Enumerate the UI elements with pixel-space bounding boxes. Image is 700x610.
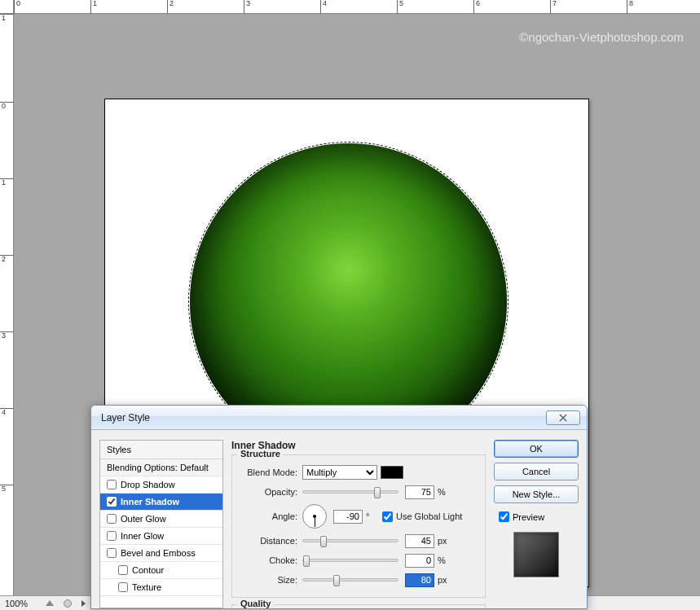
dialog-title: Layer Style bbox=[98, 412, 546, 423]
shadow-color-swatch[interactable] bbox=[381, 466, 403, 479]
ruler-tick: 1 bbox=[0, 14, 14, 22]
styles-list: Styles Blending Options: Default Drop Sh… bbox=[99, 440, 223, 608]
settings-panel: Inner Shadow Structure Blend Mode: Multi… bbox=[231, 440, 486, 608]
style-checkbox[interactable] bbox=[118, 565, 128, 575]
style-checkbox[interactable] bbox=[107, 497, 117, 507]
cancel-button[interactable]: Cancel bbox=[494, 463, 579, 481]
ruler-tick: 1 bbox=[0, 178, 14, 187]
layer-style-dialog: Layer Style Styles Blending Options: Def… bbox=[90, 405, 588, 609]
structure-group: Structure Blend Mode: Multiply Opacity: … bbox=[231, 454, 486, 598]
choke-row: Choke: % bbox=[239, 551, 478, 569]
ruler-tick: 0 bbox=[0, 102, 14, 110]
global-light-checkbox[interactable] bbox=[382, 511, 393, 522]
style-label: Outer Glow bbox=[121, 514, 166, 524]
angle-row: Angle: ° Use Global Light bbox=[239, 502, 478, 530]
zoom-level[interactable]: 100% bbox=[5, 599, 37, 608]
doc-info-icon[interactable] bbox=[46, 600, 54, 606]
angle-dial[interactable] bbox=[302, 504, 327, 529]
opacity-row: Opacity: % bbox=[239, 483, 478, 501]
style-label: Contour bbox=[132, 565, 164, 575]
style-row-outer-glow[interactable]: Outer Glow bbox=[100, 511, 222, 528]
size-label: Size: bbox=[239, 575, 302, 585]
quality-group: Quality bbox=[231, 604, 486, 609]
ruler-tick: 4 bbox=[320, 0, 327, 14]
blend-mode-label: Blend Mode: bbox=[239, 467, 302, 477]
watermark-text: ©ngochan-Vietphotoshop.com bbox=[519, 30, 684, 44]
global-light-checkbox-wrap[interactable]: Use Global Light bbox=[382, 511, 462, 522]
ruler-tick: 3 bbox=[244, 0, 250, 14]
size-row: Size: px bbox=[239, 571, 478, 589]
ruler-tick: 5 bbox=[397, 0, 403, 14]
preview-label: Preview bbox=[513, 512, 544, 522]
ruler-tick: 3 bbox=[0, 331, 14, 340]
choke-unit: % bbox=[434, 555, 449, 565]
blend-mode-select[interactable]: Multiply bbox=[302, 465, 377, 480]
new-style-button[interactable]: New Style... bbox=[494, 485, 579, 503]
ruler-tick: 8 bbox=[627, 0, 633, 14]
distance-row: Distance: px bbox=[239, 532, 478, 550]
size-slider[interactable] bbox=[302, 578, 398, 581]
ruler-tick: 5 bbox=[0, 485, 14, 493]
ruler-tick: 0 bbox=[14, 0, 20, 14]
blending-options-row[interactable]: Blending Options: Default bbox=[100, 459, 222, 476]
style-label: Texture bbox=[132, 582, 161, 592]
ruler-tick: 2 bbox=[167, 0, 174, 14]
vertical-ruler: 1 0 1 2 3 4 5 bbox=[0, 14, 14, 595]
ruler-tick: 7 bbox=[550, 0, 557, 14]
choke-slider[interactable] bbox=[302, 559, 398, 562]
close-button[interactable] bbox=[546, 410, 580, 425]
ok-button[interactable]: OK bbox=[494, 440, 579, 458]
horizontal-ruler: 0 1 2 3 4 5 6 7 8 9 bbox=[14, 0, 700, 14]
style-checkbox[interactable] bbox=[107, 480, 117, 489]
angle-input[interactable] bbox=[333, 510, 363, 524]
opacity-input[interactable] bbox=[405, 485, 434, 499]
quality-legend: Quality bbox=[237, 599, 274, 608]
preview-checkbox[interactable] bbox=[499, 511, 509, 522]
opacity-label: Opacity: bbox=[239, 487, 302, 497]
blend-mode-row: Blend Mode: Multiply bbox=[239, 463, 478, 481]
structure-legend: Structure bbox=[237, 449, 284, 459]
distance-slider[interactable] bbox=[302, 539, 398, 542]
style-row-inner-glow[interactable]: Inner Glow bbox=[100, 528, 222, 545]
close-icon bbox=[559, 414, 567, 422]
preview-thumbnail bbox=[513, 532, 559, 577]
status-menu-chevron-icon[interactable] bbox=[81, 600, 86, 607]
style-checkbox[interactable] bbox=[107, 514, 117, 524]
preview-checkbox-wrap[interactable]: Preview bbox=[494, 511, 579, 522]
distance-label: Distance: bbox=[239, 536, 302, 546]
style-checkbox[interactable] bbox=[118, 582, 128, 592]
style-checkbox[interactable] bbox=[107, 531, 117, 541]
angle-label: Angle: bbox=[239, 511, 302, 521]
ruler-tick: 4 bbox=[0, 408, 14, 416]
size-unit: px bbox=[434, 575, 449, 585]
doc-status-icon bbox=[64, 599, 72, 608]
dialog-titlebar[interactable]: Layer Style bbox=[91, 406, 587, 430]
style-checkbox[interactable] bbox=[107, 548, 117, 558]
ruler-tick: 1 bbox=[90, 0, 97, 14]
opacity-slider[interactable] bbox=[302, 490, 398, 494]
ruler-tick: 6 bbox=[473, 0, 480, 14]
angle-unit: ° bbox=[363, 511, 377, 521]
distance-unit: px bbox=[434, 536, 449, 546]
size-input[interactable] bbox=[405, 573, 434, 587]
opacity-unit: % bbox=[434, 487, 449, 497]
style-label: Inner Glow bbox=[121, 531, 164, 541]
style-label: Inner Shadow bbox=[121, 497, 179, 507]
style-label: Bevel and Emboss bbox=[121, 548, 196, 558]
style-row-texture[interactable]: Texture bbox=[100, 579, 222, 596]
dialog-buttons-column: OK Cancel New Style... Preview bbox=[494, 440, 579, 608]
choke-label: Choke: bbox=[239, 555, 302, 565]
styles-header[interactable]: Styles bbox=[100, 441, 222, 459]
style-row-drop-shadow[interactable]: Drop Shadow bbox=[100, 476, 222, 494]
ruler-corner bbox=[0, 0, 14, 14]
ruler-tick: 2 bbox=[0, 255, 14, 263]
global-light-label: Use Global Light bbox=[396, 511, 462, 521]
choke-input[interactable] bbox=[405, 554, 434, 568]
style-row-inner-shadow[interactable]: Inner Shadow bbox=[100, 494, 222, 511]
style-label: Drop Shadow bbox=[121, 480, 175, 489]
style-row-bevel-emboss[interactable]: Bevel and Emboss bbox=[100, 545, 222, 562]
style-row-contour[interactable]: Contour bbox=[100, 562, 222, 579]
distance-input[interactable] bbox=[405, 534, 434, 548]
